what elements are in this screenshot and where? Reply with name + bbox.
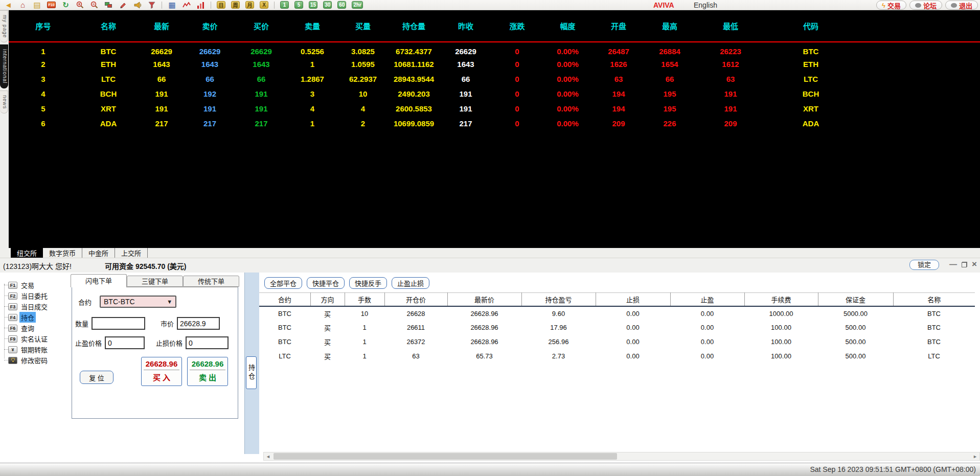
- interval-button-1[interactable]: 1: [280, 1, 289, 9]
- side-tab-international[interactable]: international: [0, 44, 8, 88]
- exchange-tab-上交所[interactable]: 上交所: [115, 248, 148, 258]
- period-button-X[interactable]: X: [260, 1, 268, 9]
- menu-item-当日委托[interactable]: F2当日委托: [8, 290, 68, 301]
- quote-column-header[interactable]: 买价: [236, 10, 287, 42]
- quote-row[interactable]: 6ADA2172172171210699.085921700.00%209226…: [9, 116, 980, 131]
- position-column-header[interactable]: 保证金: [818, 293, 893, 306]
- position-row[interactable]: BTC买12637226628.96256.960.000.00100.0050…: [259, 335, 975, 349]
- horizontal-scrollbar[interactable]: ◄ ►: [263, 452, 980, 461]
- period-button-月[interactable]: 月: [245, 1, 254, 9]
- position-button-全部平仓[interactable]: 全部平仓: [264, 277, 302, 289]
- quote-column-header[interactable]: 买量: [338, 10, 388, 42]
- quote-table-icon[interactable]: ▦: [168, 1, 176, 9]
- position-column-header[interactable]: 止盈: [670, 293, 744, 306]
- period-button-周[interactable]: 周: [231, 1, 240, 9]
- quote-row[interactable]: 4BCH1911921913102490.20319100.00%1941951…: [9, 86, 980, 101]
- minimize-icon[interactable]: —: [949, 261, 957, 268]
- filter-icon[interactable]: [147, 1, 156, 9]
- note-icon[interactable]: ▤: [33, 1, 41, 9]
- exchange-tab-中金所[interactable]: 中金所: [82, 248, 115, 258]
- scroll-right-icon[interactable]: ►: [971, 452, 979, 460]
- lock-button[interactable]: 锁定: [909, 260, 939, 270]
- market-price-input[interactable]: [177, 317, 220, 330]
- bar-chart-icon[interactable]: [196, 1, 205, 9]
- position-column-header[interactable]: 开仓价: [384, 293, 447, 306]
- quote-row[interactable]: 3LTC6666661.286762.293728943.95446600.00…: [9, 72, 980, 86]
- quote-column-header[interactable]: 持仓量: [388, 10, 440, 42]
- reset-button[interactable]: 复 位: [80, 371, 113, 384]
- position-vertical-tab[interactable]: 持仓: [246, 356, 257, 389]
- quote-row[interactable]: 2ETH16431643164311.059510681.1162164300.…: [9, 57, 980, 72]
- order-tab-闪电下单[interactable]: 闪电下单: [71, 274, 127, 287]
- scroll-left-icon[interactable]: ◄: [264, 452, 272, 460]
- menu-item-交易[interactable]: F1交易: [8, 280, 68, 290]
- menu-item-持仓[interactable]: F4持仓: [8, 312, 68, 323]
- sell-button[interactable]: 26628.96 卖 出: [187, 357, 228, 386]
- menu-item-实名认证[interactable]: F9实名认证: [8, 333, 68, 344]
- side-tab-news[interactable]: news: [0, 90, 8, 114]
- quote-column-header[interactable]: 幅度: [542, 10, 593, 42]
- interval-button-5[interactable]: 5: [294, 1, 303, 9]
- quote-row[interactable]: 5XRT191191191442600.585319100.00%1941951…: [9, 101, 980, 116]
- position-row[interactable]: BTC买102662826628.969.600.000.001000.0050…: [259, 306, 975, 321]
- line-chart-icon[interactable]: [182, 1, 191, 9]
- buy-button[interactable]: 26628.96 买 入: [141, 357, 182, 386]
- f10-icon[interactable]: F10: [47, 1, 56, 9]
- interval-button-60[interactable]: 60: [337, 1, 346, 9]
- scrollbar-track[interactable]: [272, 452, 971, 460]
- restore-icon[interactable]: [962, 262, 967, 267]
- stop-loss-input[interactable]: [186, 336, 229, 349]
- quote-column-header[interactable]: 卖价: [184, 10, 236, 42]
- quote-column-header[interactable]: 最高: [644, 10, 695, 42]
- interval-button-15[interactable]: 15: [309, 1, 317, 9]
- contract-select[interactable]: BTC-BTC ▼: [100, 296, 176, 308]
- horn-icon[interactable]: [133, 1, 142, 9]
- zoom-in-icon[interactable]: [76, 1, 84, 9]
- close-icon[interactable]: ×: [972, 261, 977, 268]
- quote-column-header[interactable]: 最低: [695, 10, 766, 42]
- quote-column-header[interactable]: 卖量: [287, 10, 338, 42]
- position-column-header[interactable]: 合约: [259, 293, 310, 306]
- pencil-icon[interactable]: [119, 1, 127, 9]
- side-tab-my-page[interactable]: my page: [0, 10, 8, 42]
- zoom-out-icon[interactable]: [90, 1, 99, 9]
- menu-item-查询[interactable]: F6查询: [8, 323, 68, 333]
- quote-column-header[interactable]: 最新: [139, 10, 184, 42]
- quote-column-header[interactable]: 名称: [78, 10, 139, 42]
- position-column-header[interactable]: 最新价: [447, 293, 521, 306]
- position-row[interactable]: BTC买12661126628.9617.960.000.00100.00500…: [259, 321, 975, 335]
- quote-column-header[interactable]: 序号: [9, 10, 78, 42]
- position-column-header[interactable]: 方向: [310, 293, 345, 306]
- interval-button-2hr[interactable]: 2hr: [352, 1, 363, 9]
- order-tab-传统下单[interactable]: 传统下单: [183, 276, 239, 287]
- action-button-exit[interactable]: 退出: [945, 1, 978, 10]
- position-column-header[interactable]: 持仓盈亏: [521, 293, 596, 306]
- back-icon[interactable]: ◄: [4, 1, 13, 9]
- order-tab-三键下单[interactable]: 三键下单: [127, 276, 183, 287]
- action-button-trade[interactable]: ϟ交易: [876, 1, 906, 10]
- position-button-快捷反手[interactable]: 快捷反手: [349, 277, 387, 289]
- refresh-icon[interactable]: ↻: [61, 1, 70, 9]
- position-button-快捷平仓[interactable]: 快捷平仓: [307, 277, 345, 289]
- quote-column-header[interactable]: 开盘: [593, 10, 644, 42]
- home-icon[interactable]: ⌂: [18, 1, 27, 9]
- position-column-header[interactable]: 名称: [893, 293, 975, 306]
- exchange-tab-数字货币[interactable]: 数字货币: [43, 248, 82, 258]
- quantity-input[interactable]: [92, 317, 145, 330]
- language-selector[interactable]: English: [694, 1, 717, 9]
- position-button-止盈止损[interactable]: 止盈止损: [392, 277, 429, 289]
- quote-row[interactable]: 1BTC2662926629266290.52563.08256732.4377…: [9, 42, 980, 57]
- quote-column-header[interactable]: 涨跌: [492, 10, 542, 42]
- interval-button-30[interactable]: 30: [323, 1, 332, 9]
- menu-item-银期转账[interactable]: ¥银期转账: [8, 344, 68, 355]
- position-row[interactable]: LTC买16365.732.730.000.00100.00500.00LTC: [259, 349, 975, 364]
- position-column-header[interactable]: 止损: [596, 293, 670, 306]
- quote-column-header[interactable]: 昨收: [440, 10, 492, 42]
- action-button-forum[interactable]: 论坛: [909, 1, 942, 10]
- position-column-header[interactable]: 手数: [345, 293, 384, 306]
- scrollbar-thumb[interactable]: [274, 453, 617, 460]
- position-column-header[interactable]: 手续费: [744, 293, 818, 306]
- exchange-tab-纽交所[interactable]: 纽交所: [11, 248, 43, 258]
- take-profit-input[interactable]: [105, 336, 145, 349]
- shapes-icon[interactable]: [104, 1, 113, 9]
